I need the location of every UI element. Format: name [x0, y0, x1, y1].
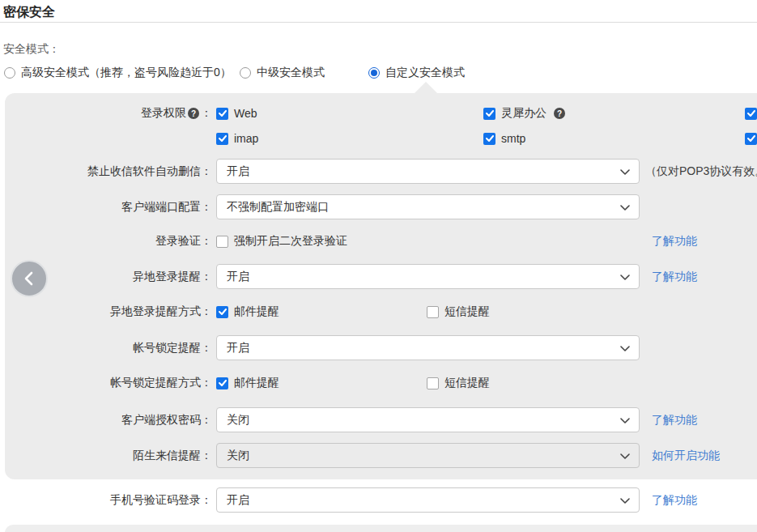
label-text: 登录权限: [141, 106, 186, 121]
port-config-row: 客户端端口配置： 不强制配置加密端口: [5, 194, 757, 219]
lock-notice-label: 帐号锁定提醒：: [5, 335, 216, 360]
lock-method-label: 帐号锁定提醒方式：: [5, 376, 216, 390]
security-mode-label: 安全模式：: [3, 42, 60, 57]
title-divider: [0, 22, 757, 23]
phone-login-label: 手机号验证码登录：: [5, 487, 216, 513]
select-value: 开启: [227, 164, 249, 179]
lock-method-row: 帐号锁定提醒方式： 邮件提醒 短信提醒: [5, 376, 757, 390]
checkbox-label: 灵犀办公: [501, 106, 546, 121]
checkbox-checked-icon: [216, 108, 228, 120]
radio-custom-mode[interactable]: 自定义安全模式: [368, 66, 465, 80]
lock-notice-select[interactable]: 开启: [216, 335, 640, 360]
checkbox-unchecked-icon: [427, 306, 439, 318]
checkbox-checked-icon: [216, 377, 228, 389]
checkbox-clipped-2[interactable]: [745, 131, 757, 146]
radio-label: 高级安全模式（推荐，盗号风险趋近于0）: [21, 66, 232, 80]
radio-medium-mode[interactable]: 中级安全模式: [240, 66, 325, 80]
checkbox-unchecked-icon: [216, 236, 228, 248]
checkbox-unchecked-icon: [427, 377, 439, 389]
login-permission-label: 登录权限 ? ：: [5, 106, 216, 121]
login-permission-row-2: imap smtp: [5, 131, 757, 146]
page-title: 密保安全: [3, 4, 55, 21]
checkbox-mail-remind[interactable]: 邮件提醒: [216, 304, 279, 319]
checkbox-label: imap: [234, 132, 258, 145]
stranger-mail-label: 陌生来信提醒：: [5, 443, 216, 468]
select-value: 关闭: [227, 449, 249, 463]
remote-method-row: 异地登录提醒方式： 邮件提醒 短信提醒: [5, 304, 757, 319]
client-authpwd-select[interactable]: 关闭: [216, 407, 640, 432]
radio-selected-icon: [368, 67, 380, 79]
checkbox-label: 短信提醒: [444, 304, 490, 319]
radio-advanced-mode[interactable]: 高级安全模式（推荐，盗号风险趋近于0）: [4, 66, 232, 80]
panel-pointer-arrow: [415, 82, 437, 93]
checkbox-force-second-verify[interactable]: 强制开启二次登录验证: [216, 234, 347, 249]
checkbox-label: Web: [234, 107, 257, 120]
pop3-note: （仅对POP3协议有效。: [645, 159, 757, 184]
chevron-down-icon: [620, 169, 630, 175]
stranger-mail-select[interactable]: 关闭: [216, 443, 640, 468]
carousel-prev-button[interactable]: [11, 260, 48, 297]
port-config-select[interactable]: 不强制配置加密端口: [216, 194, 640, 219]
radio-label: 自定义安全模式: [385, 66, 465, 80]
phone-login-row: 手机号验证码登录： 开启 了解功能: [5, 487, 757, 513]
login-verify-label: 登录验证：: [5, 234, 216, 249]
radio-icon: [240, 67, 251, 79]
learn-more-link[interactable]: 了解功能: [652, 407, 697, 432]
auto-delete-label: 禁止收信软件自动删信：: [5, 159, 216, 184]
lock-notice-row: 帐号锁定提醒： 开启: [5, 335, 757, 360]
checkbox-smtp[interactable]: smtp: [483, 131, 525, 146]
radio-icon: [4, 67, 15, 79]
client-authpwd-row: 客户端授权密码： 关闭 了解功能: [5, 407, 757, 432]
login-permission-row-1: 登录权限 ? ： Web 灵犀办公 ?: [5, 106, 757, 121]
chevron-down-icon: [620, 418, 630, 423]
auto-delete-row: 禁止收信软件自动删信： 开启 （仅对POP3协议有效。: [5, 159, 757, 184]
phone-login-select[interactable]: 开启: [216, 487, 640, 513]
custom-mode-panel: 登录权限 ? ： Web 灵犀办公 ? imap: [5, 93, 757, 479]
select-value: 开启: [227, 493, 249, 508]
auto-delete-select[interactable]: 开启: [216, 159, 640, 184]
checkbox-label: 短信提醒: [444, 376, 490, 390]
checkbox-label: 邮件提醒: [234, 304, 279, 319]
chevron-down-icon: [620, 346, 630, 351]
checkbox-label: smtp: [501, 132, 525, 145]
radio-label: 中级安全模式: [257, 66, 325, 80]
security-mode-radio-group: 高级安全模式（推荐，盗号风险趋近于0） 中级安全模式 自定义安全模式: [0, 66, 757, 80]
next-section-edge: [5, 525, 757, 532]
checkbox-label: 邮件提醒: [234, 376, 279, 390]
checkbox-checked-icon: [745, 133, 757, 145]
checkbox-checked-icon: [483, 133, 495, 145]
help-icon[interactable]: ?: [554, 108, 565, 119]
select-value: 开启: [227, 341, 249, 355]
select-value: 开启: [227, 270, 249, 284]
checkbox-checked-icon: [216, 306, 228, 318]
learn-more-link[interactable]: 了解功能: [652, 487, 697, 513]
chevron-down-icon: [620, 205, 630, 211]
checkbox-lingxi-office[interactable]: 灵犀办公 ?: [483, 106, 567, 121]
help-icon[interactable]: ?: [188, 108, 199, 119]
checkbox-checked-icon: [216, 133, 228, 145]
login-verify-row: 登录验证： 强制开启二次登录验证 了解功能: [5, 234, 757, 249]
checkbox-label: 强制开启二次登录验证: [234, 234, 347, 249]
select-value: 关闭: [227, 413, 249, 428]
checkbox-clipped-1[interactable]: [745, 106, 757, 121]
checkbox-sms-remind[interactable]: 短信提醒: [427, 376, 490, 390]
chevron-left-icon: [22, 270, 36, 287]
port-config-label: 客户端端口配置：: [5, 194, 216, 219]
remote-login-row: 异地登录提醒： 开启 了解功能: [5, 264, 757, 289]
security-settings-page: 密保安全 安全模式： 高级安全模式（推荐，盗号风险趋近于0） 中级安全模式 自定…: [0, 0, 757, 532]
checkbox-checked-icon: [745, 108, 757, 120]
remote-login-select[interactable]: 开启: [216, 264, 640, 289]
remote-method-label: 异地登录提醒方式：: [5, 304, 216, 319]
client-authpwd-label: 客户端授权密码：: [5, 407, 216, 432]
select-value: 不强制配置加密端口: [227, 200, 329, 215]
chevron-down-icon: [620, 453, 630, 459]
learn-more-link[interactable]: 了解功能: [652, 234, 697, 249]
how-to-enable-link[interactable]: 如何开启功能: [652, 443, 720, 468]
checkbox-checked-icon: [483, 108, 495, 120]
checkbox-mail-remind[interactable]: 邮件提醒: [216, 376, 279, 390]
checkbox-imap[interactable]: imap: [216, 131, 258, 146]
stranger-mail-row: 陌生来信提醒： 关闭 如何开启功能: [5, 443, 757, 468]
checkbox-web[interactable]: Web: [216, 106, 257, 121]
learn-more-link[interactable]: 了解功能: [652, 264, 697, 289]
checkbox-sms-remind[interactable]: 短信提醒: [427, 304, 490, 319]
